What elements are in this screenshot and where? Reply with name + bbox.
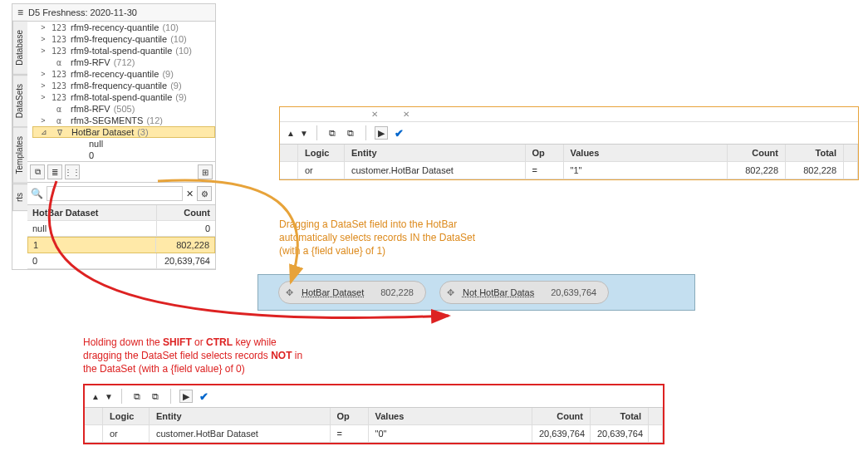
expand-icon[interactable]: >: [39, 93, 47, 101]
hotbar[interactable]: ✥ HotBar Dataset 802,228 ✥ Not HotBar Da…: [257, 274, 695, 311]
tree-row[interactable]: 0: [32, 150, 215, 161]
hotbar-chip-not[interactable]: ✥ Not HotBar Datas 20,639,764: [439, 281, 609, 304]
grid-cell-value: null: [27, 221, 157, 236]
col-count[interactable]: Count: [532, 408, 591, 424]
type-icon: 123: [51, 70, 67, 79]
tree-row[interactable]: >123rfm9-frequency-quantile (10): [32, 33, 215, 45]
tree-row[interactable]: >123rfm8-frequency-quantile (9): [32, 80, 215, 91]
tree-row[interactable]: αrfm8-RFV (505): [32, 103, 215, 115]
tree-row[interactable]: >123rfm8-total-spend-quantile (9): [32, 91, 215, 103]
copy-icon[interactable]: ⧉: [326, 126, 339, 140]
search-input[interactable]: [47, 186, 183, 201]
col-entity[interactable]: Entity: [345, 145, 526, 161]
cell-total: 20,639,764: [591, 425, 649, 442]
grid-cell-value: 0: [27, 253, 157, 268]
expand-icon[interactable]: ⊿: [40, 128, 48, 136]
tree-row[interactable]: null: [32, 138, 215, 150]
tree-count: (12): [146, 115, 163, 125]
expand-icon[interactable]: >: [39, 47, 47, 55]
grip-icon: ✥: [286, 287, 293, 298]
play-icon[interactable]: ▶: [375, 126, 388, 140]
col-logic[interactable]: Logic: [103, 408, 150, 424]
tree-row[interactable]: >αrfm3-SEGMENTS (12): [32, 115, 215, 126]
col-entity[interactable]: Entity: [150, 408, 331, 424]
cell-entity: customer.HotBar Dataset: [150, 425, 331, 442]
tab-templates[interactable]: Templates: [12, 127, 27, 184]
tree-count: (9): [175, 92, 186, 102]
db-icon: ≡: [17, 7, 23, 18]
copy2-icon[interactable]: ⧉: [149, 390, 162, 403]
clear-icon[interactable]: ✕: [186, 189, 194, 199]
grid-row[interactable]: 1802,228: [27, 237, 215, 253]
tree-label: 0: [89, 150, 94, 160]
grid-cell-count: 20,639,764: [157, 253, 215, 268]
tree-row[interactable]: αrfm9-RFV (712): [32, 56, 215, 68]
tree-row[interactable]: >123rfm9-total-spend-quantile (10): [32, 45, 215, 56]
col-values[interactable]: Values: [369, 408, 533, 424]
copy-icon[interactable]: ⧉: [130, 390, 144, 403]
hotbar-chip-in[interactable]: ✥ HotBar Dataset 802,228: [278, 281, 426, 304]
sidebar-panel: ≡ D5 Freshness: 2020-11-30 Database Data…: [12, 3, 216, 270]
query-tab[interactable]: ✕: [371, 110, 378, 119]
grid-header-col1[interactable]: HotBar Dataset: [27, 205, 157, 220]
col-logic[interactable]: Logic: [298, 145, 345, 161]
expand-icon[interactable]: >: [39, 23, 47, 32]
toolbar-btn-1[interactable]: ⧉: [30, 164, 45, 179]
grid-row[interactable]: 020,639,764: [27, 253, 215, 269]
tree-row[interactable]: ⊿∇HotBar Dataset (3): [32, 126, 215, 138]
down-icon[interactable]: ▼: [300, 129, 308, 138]
col-op[interactable]: Op: [331, 408, 369, 424]
type-icon: 123: [51, 93, 67, 102]
type-icon: 123: [51, 23, 67, 32]
search-icon: 🔍: [31, 188, 43, 199]
col-total[interactable]: Total: [591, 408, 649, 424]
grid-row[interactable]: null0: [27, 221, 215, 237]
tab-rts[interactable]: rts: [12, 184, 27, 211]
play-icon[interactable]: ▶: [179, 390, 193, 403]
tree-count: (10): [170, 34, 187, 44]
cell-logic: or: [103, 425, 150, 442]
toolbar-btn-3[interactable]: ⋮⋮: [65, 164, 80, 179]
expand-icon[interactable]: >: [39, 70, 47, 78]
annotation-orange: Dragging a DataSet field into the HotBar…: [279, 218, 528, 258]
up-icon[interactable]: ▲: [287, 129, 295, 138]
tree-label: rfm9-frequency-quantile: [71, 34, 167, 44]
copy2-icon[interactable]: ⧉: [344, 126, 357, 140]
tree-label: rfm9-total-spend-quantile: [71, 46, 172, 56]
cell-op: =: [526, 162, 564, 179]
grid-header-col2[interactable]: Count: [157, 205, 215, 220]
down-icon[interactable]: ▼: [105, 392, 113, 401]
type-icon: 123: [51, 47, 67, 56]
query-toolbar: ▲ ▼ ⧉ ⧉ ▶ ✔: [85, 385, 663, 408]
tree-count: (9): [170, 81, 181, 91]
up-icon[interactable]: ▲: [91, 392, 100, 401]
expand-icon[interactable]: >: [39, 81, 47, 90]
tree-row[interactable]: >123rfm9-recency-quantile (10): [32, 22, 215, 33]
col-op[interactable]: Op: [526, 145, 564, 161]
tree-label: rfm3-SEGMENTS: [71, 115, 143, 125]
tab-datasets[interactable]: DataSets: [12, 75, 27, 127]
expand-icon[interactable]: >: [39, 35, 47, 43]
col-total[interactable]: Total: [786, 145, 844, 161]
search-settings-icon[interactable]: ⚙: [197, 186, 212, 201]
cell-count: 20,639,764: [532, 425, 591, 442]
cell-values: "0": [369, 425, 533, 442]
toolbar-btn-4[interactable]: ⊞: [198, 164, 213, 179]
tree-row[interactable]: >123rfm8-recency-quantile (9): [32, 68, 215, 80]
col-count[interactable]: Count: [728, 145, 786, 161]
tab-database[interactable]: Database: [12, 21, 27, 75]
type-icon: α: [51, 116, 67, 125]
expand-icon[interactable]: >: [39, 116, 47, 125]
query-row[interactable]: or customer.HotBar Dataset = "1" 802,228…: [280, 162, 858, 179]
tree-count: (9): [162, 69, 173, 79]
toolbar-btn-2[interactable]: ≣: [47, 164, 62, 179]
tree-count: (3): [137, 127, 148, 137]
query-toolbar: ▲ ▼ ⧉ ⧉ ▶ ✔: [280, 122, 858, 145]
query-tab[interactable]: ✕: [403, 110, 409, 119]
tree-label: rfm8-frequency-quantile: [71, 81, 167, 91]
panel-title-text: D5 Freshness: 2020-11-30: [28, 7, 137, 17]
tree-label: null: [89, 139, 103, 149]
type-icon: α: [51, 58, 67, 67]
col-values[interactable]: Values: [564, 145, 728, 161]
query-row[interactable]: or customer.HotBar Dataset = "0" 20,639,…: [85, 425, 663, 443]
